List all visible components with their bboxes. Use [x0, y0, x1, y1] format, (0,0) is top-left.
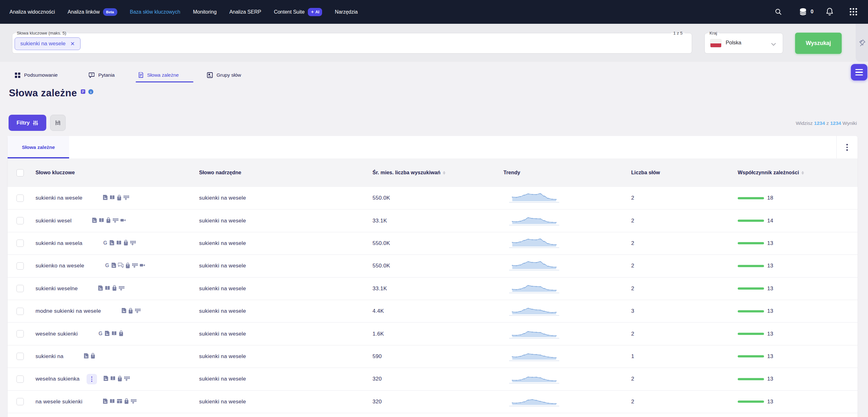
keyword-text[interactable]: sukienki na wesele	[35, 195, 83, 201]
tab-pytania[interactable]: ? Pytania	[89, 72, 115, 78]
apps-grid-icon[interactable]	[848, 6, 859, 17]
table-row[interactable]: sukienki na sukienki na wesele 590 1 13	[8, 345, 858, 368]
trend-chart	[508, 323, 560, 345]
col-sr-mies-liczba-wyszukiwan[interactable]: Śr. mies. liczba wyszukiwań	[372, 158, 445, 187]
keyword-text[interactable]: weselne sukienki	[35, 331, 78, 337]
row-checkbox[interactable]	[17, 353, 24, 360]
keyword-text[interactable]: sukienko na wesele	[35, 263, 84, 269]
country-select[interactable]: Kraj Polska	[705, 33, 783, 54]
coins-icon	[799, 8, 808, 16]
table-row[interactable]: weselna sukienka sukienki na wesele 320 …	[8, 368, 858, 390]
parent-keyword: sukienki na wesele	[199, 210, 246, 232]
col-slowo-nadrzedne: Słowo nadrzędne	[199, 158, 241, 187]
serp-bag-icon	[119, 330, 124, 338]
sort-icon	[801, 171, 804, 174]
table-row[interactable]: sukienki wesel sukienki na wesele 33.1K …	[8, 210, 858, 232]
chevron-down-icon	[771, 41, 776, 47]
nav-analiza-widocznosci[interactable]: Analiza widoczności	[9, 9, 55, 15]
trend-sparkline	[508, 216, 560, 226]
save-filters-button[interactable]	[50, 115, 66, 131]
keyword-text[interactable]: sukienki wesel	[35, 218, 72, 224]
info-icon[interactable]: i	[88, 89, 94, 94]
coefficient-bar	[738, 378, 764, 380]
dependency-coefficient: 13	[738, 345, 773, 367]
serp-bag-icon	[117, 195, 122, 202]
keyword-text[interactable]: modne sukienki na wesele	[35, 308, 101, 314]
row-menu-button[interactable]	[87, 374, 97, 384]
table-row[interactable]: sukienko na weseleG sukienki na wesele 5…	[8, 255, 858, 277]
nav-content-suite[interactable]: Content SuiteAI	[274, 8, 322, 16]
card-tab-slowa-zalezne[interactable]: Słowa zależne	[8, 136, 69, 158]
serp-g-icon: G	[104, 262, 110, 269]
nav-analiza-linkow[interactable]: Analiza linkówBeta	[67, 8, 117, 16]
row-checkbox[interactable]	[17, 195, 24, 202]
ai-badge: AI	[308, 8, 322, 16]
pin-icon	[858, 39, 866, 47]
row-checkbox[interactable]	[17, 217, 24, 224]
keyword-chip[interactable]: sukienki na wesele ✕	[14, 37, 81, 50]
table-row[interactable]: weselne sukienkiG sukienki na wesele 1.6…	[8, 323, 858, 345]
keyword-text[interactable]: sukienki na wesela	[35, 240, 83, 247]
coefficient-bar	[738, 400, 764, 403]
svg-text:G: G	[103, 240, 107, 245]
nav-narzedzia[interactable]: Narzędzia	[335, 9, 358, 15]
parent-keyword: sukienki na wesele	[199, 278, 246, 300]
table-row[interactable]: sukienki na weselaG sukienki na wesele 5…	[8, 232, 858, 255]
search-submit-button[interactable]: Wyszukaj	[795, 33, 842, 54]
manual-book-icon[interactable]	[81, 89, 86, 94]
word-count: 2	[631, 232, 634, 254]
collapsed-side-panel[interactable]	[856, 24, 868, 62]
credits-indicator[interactable]: 0	[795, 6, 817, 17]
parent-keyword: sukienki na wesele	[199, 187, 246, 209]
row-checkbox[interactable]	[17, 239, 24, 247]
keyword-text[interactable]: weselna sukienka	[35, 376, 80, 382]
search-icon[interactable]	[773, 6, 784, 17]
serp-bag-icon	[123, 239, 128, 247]
serp-photo-icon	[104, 330, 110, 338]
table-row[interactable]: sukienki na wesele sukienki na wesele 55…	[8, 187, 858, 210]
section-tabs: Podsumowanie ? Pytania Słowa zależne Gru…	[0, 68, 868, 83]
keywords-input[interactable]: Słowa kluczowe (maks. 5) 1 z 5 sukienki …	[12, 33, 692, 54]
serp-book-icon	[110, 398, 115, 405]
row-checkbox[interactable]	[17, 330, 24, 338]
serp-photo-icon	[92, 217, 97, 224]
row-checkbox[interactable]	[17, 376, 24, 383]
row-checkbox[interactable]	[17, 398, 24, 405]
serp-table-icon	[117, 398, 122, 405]
keyword-text[interactable]: na wesele sukienki	[35, 398, 83, 405]
serp-features: G	[103, 239, 136, 247]
table-row[interactable]: na wesele sukienki sukienki na wesele 32…	[8, 391, 858, 413]
serp-gridplus-icon	[119, 285, 125, 292]
notifications-bell-icon[interactable]	[824, 6, 835, 17]
nav-baza-slow-kluczowych[interactable]: Baza słów kluczowych	[130, 9, 180, 15]
select-all-checkbox[interactable]	[17, 169, 24, 177]
search-volume: 550.0K	[372, 187, 390, 209]
keyword-text[interactable]: sukienki na	[35, 353, 63, 360]
nav-monitoring[interactable]: Monitoring	[193, 9, 217, 15]
nav-analiza-serp[interactable]: Analiza SERP	[229, 9, 261, 15]
table-row[interactable]: modne sukienki na wesele sukienki na wes…	[8, 300, 858, 323]
tab-podsumowanie[interactable]: Podsumowanie	[15, 72, 58, 78]
row-checkbox[interactable]	[17, 285, 24, 292]
row-checkbox[interactable]	[17, 262, 24, 270]
serp-features	[103, 398, 136, 405]
trend-chart	[508, 278, 560, 300]
floating-menu-button[interactable]	[851, 64, 867, 81]
serp-gridplus-icon	[130, 240, 136, 247]
table-menu-button[interactable]	[841, 142, 853, 153]
svg-text:G: G	[105, 263, 109, 268]
coefficient-bar	[738, 220, 764, 222]
filters-button[interactable]: Filtry	[8, 115, 46, 131]
dependency-coefficient: 13	[738, 368, 773, 390]
word-count: 2	[631, 278, 634, 300]
chip-remove-icon[interactable]: ✕	[70, 40, 75, 47]
country-value: Polska	[726, 40, 742, 45]
col-wspolczynnik-zaleznosci[interactable]: Współczynnik zależności	[738, 158, 804, 187]
tab-grupy-slow[interactable]: Grupy słów	[207, 72, 241, 78]
dependency-coefficient: 13	[738, 323, 773, 345]
keyword-text[interactable]: sukienki weselne	[35, 286, 78, 292]
tab-slowa-zalezne[interactable]: Słowa zależne	[138, 72, 179, 78]
serp-gridplus-icon	[135, 308, 141, 315]
row-checkbox[interactable]	[17, 308, 24, 315]
table-row[interactable]: sukienki weselne sukienki na wesele 33.1…	[8, 278, 858, 300]
